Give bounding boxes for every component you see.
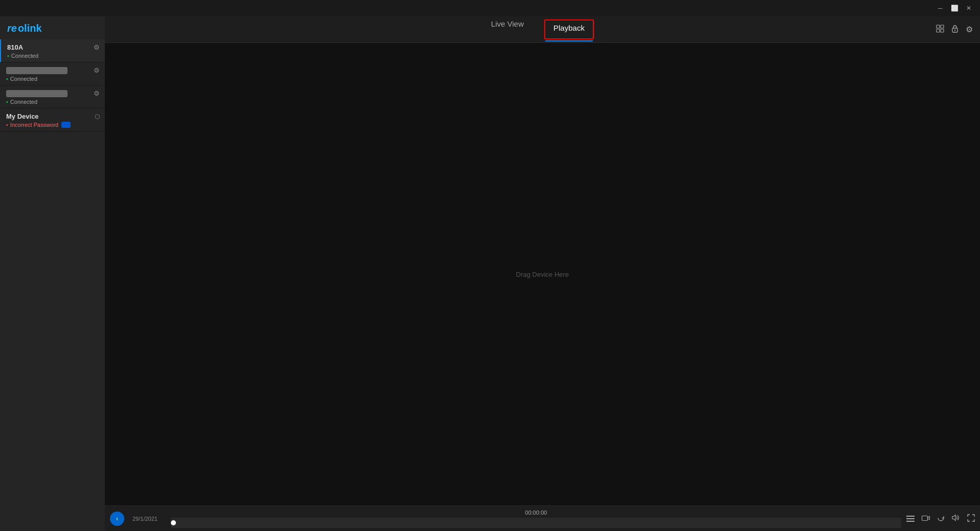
gear-icon[interactable]: ⚙	[94, 43, 100, 51]
tab-playback[interactable]: Playback	[553, 24, 585, 35]
settings-icon[interactable]: ⚙	[966, 25, 973, 34]
add-icon[interactable]	[936, 25, 944, 35]
password-badge	[61, 122, 71, 128]
live-view-tab-wrapper: Live View	[491, 19, 524, 39]
external-link-icon[interactable]: ⬡	[95, 113, 100, 120]
header-right-icons: ⚙	[936, 25, 973, 35]
logo-text: re	[7, 23, 17, 34]
bottom-right-controls	[906, 514, 975, 523]
tab-underline	[545, 40, 593, 41]
main-area: Live View Playback ⚙ Drag Device H	[105, 16, 980, 531]
device-status-mydevice: Incorrect Password	[6, 122, 58, 128]
titlebar: ─ ⬜ ✕	[0, 0, 980, 16]
app-body: reolink 810A ⚙ Connected ⚙	[0, 16, 980, 531]
device-list: 810A ⚙ Connected ⚙ Connected	[0, 39, 105, 531]
svg-rect-2	[937, 29, 940, 32]
device-item-mydevice[interactable]: My Device ⬡ Incorrect Password	[0, 108, 105, 131]
svg-rect-3	[941, 29, 944, 32]
sidebar: reolink 810A ⚙ Connected ⚙	[0, 16, 105, 531]
device-status-3: Connected	[6, 99, 100, 105]
device-name-mydevice: My Device	[6, 113, 39, 120]
main-content: Drag Device Here	[105, 43, 980, 505]
device-status-2: Connected	[6, 76, 100, 82]
svg-rect-1	[941, 25, 944, 28]
refresh-icon[interactable]	[937, 514, 945, 523]
close-button[interactable]: ✕	[962, 3, 976, 13]
device-item-right-4: ⬡	[95, 113, 100, 120]
bottom-bar: ‹ 29/1/2021 00:00:00	[105, 505, 980, 531]
svg-rect-0	[937, 25, 940, 28]
device-header-2: ⚙	[6, 67, 100, 74]
header: Live View Playback ⚙	[105, 16, 980, 43]
drag-hint: Drag Device Here	[516, 271, 569, 278]
minimize-button[interactable]: ─	[933, 3, 947, 13]
device-item-810a[interactable]: 810A ⚙ Connected	[0, 39, 105, 62]
reolink-logo: reolink	[7, 23, 98, 34]
gear-icon-2[interactable]: ⚙	[94, 67, 100, 74]
lock-icon[interactable]	[951, 25, 959, 35]
camera-icon[interactable]	[922, 514, 930, 523]
drag-area: Drag Device Here	[105, 43, 980, 505]
logo-text-2: olink	[18, 23, 42, 34]
device-item-right-3: ⚙	[94, 90, 100, 97]
svg-rect-6	[922, 516, 928, 521]
svg-point-5	[954, 29, 955, 30]
gear-icon-3[interactable]: ⚙	[94, 90, 100, 97]
timeline-area: 00:00:00	[166, 510, 906, 528]
device-item-2[interactable]: ⚙ Connected	[0, 62, 105, 85]
timeline-track[interactable]	[171, 518, 901, 528]
device-name: 810A	[7, 43, 23, 51]
collapse-button[interactable]: ‹	[110, 512, 124, 526]
maximize-button[interactable]: ⬜	[947, 3, 962, 13]
fullscreen-icon[interactable]	[967, 514, 975, 523]
device-name-blurred-3	[6, 90, 68, 97]
logo-area: reolink	[0, 16, 105, 39]
timeline-date: 29/1/2021	[132, 516, 158, 522]
device-item-3[interactable]: ⚙ Connected	[0, 85, 105, 108]
device-header-3: ⚙	[6, 90, 100, 97]
device-header: 810A ⚙	[7, 43, 100, 51]
device-status: Connected	[7, 53, 100, 59]
device-name-blurred-2	[6, 67, 68, 74]
timeline-time: 00:00:00	[171, 510, 901, 516]
timeline-thumb[interactable]	[171, 520, 176, 525]
tab-live-view[interactable]: Live View	[491, 19, 524, 31]
nav-tabs: Live View Playback	[491, 19, 594, 39]
menu-icon[interactable]	[906, 516, 915, 522]
device-item-right-2: ⚙	[94, 67, 100, 74]
device-item-right: ⚙	[94, 43, 100, 51]
volume-icon[interactable]	[952, 514, 960, 523]
playback-tab-wrapper: Playback	[544, 19, 594, 39]
device-header-4: My Device ⬡	[6, 113, 100, 120]
collapse-chevron-icon: ‹	[116, 515, 118, 522]
